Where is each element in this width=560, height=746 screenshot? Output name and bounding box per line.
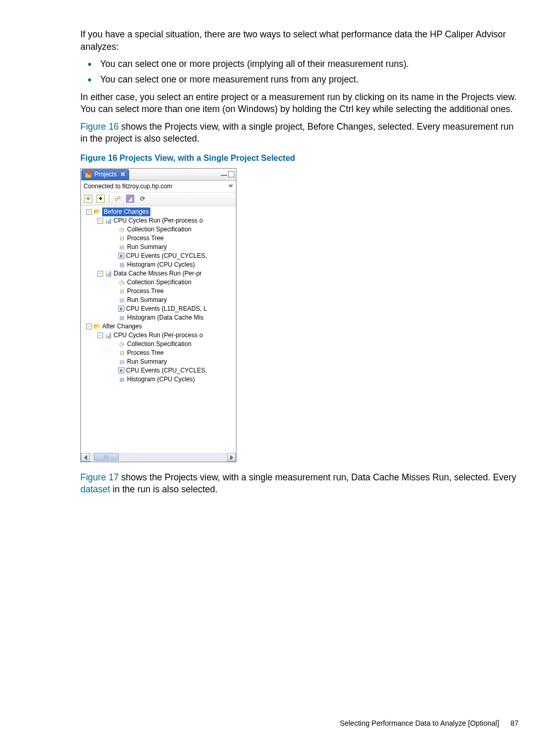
tree-node-label: CPU Events (CPU_CYCLES, xyxy=(126,366,207,375)
chart-icon[interactable]: ◢ xyxy=(126,195,134,203)
fold-icon: 📂 xyxy=(93,208,101,215)
tree-node[interactable]: ▦Histogram (CPU Cycles) xyxy=(83,260,236,269)
tree-node[interactable]: ◷Collection Specification xyxy=(83,340,236,349)
tree-node[interactable]: −📂After Changes xyxy=(83,322,236,331)
tree-node-label: Run Summary xyxy=(127,357,167,366)
tree-node[interactable]: ⊟Process Tree xyxy=(83,349,236,357)
footer-text: Selecting Performance Data to Analyze [O… xyxy=(340,719,499,727)
tree-node[interactable]: ECPU Events (CPU_CYCLES, xyxy=(83,252,236,260)
minimize-icon[interactable] xyxy=(221,172,227,176)
maximize-icon[interactable] xyxy=(228,171,234,177)
tree-node-label: CPU Events (CPU_CYCLES, xyxy=(126,252,207,260)
tree-node[interactable]: ▦Histogram (Data Cache Mis xyxy=(83,313,236,322)
tree-node[interactable]: ⊟Process Tree xyxy=(83,287,236,296)
tree-icon: ⊟ xyxy=(118,234,125,242)
tree-node[interactable]: ⊟Process Tree xyxy=(83,234,236,243)
horizontal-scrollbar[interactable] xyxy=(81,453,236,462)
tree-node-label: Collection Specification xyxy=(127,225,191,234)
tree-node-label: Process Tree xyxy=(127,234,164,243)
tree-node-label: CPU Cycles Run (Per-process o xyxy=(114,216,203,225)
clock-icon: ◷ xyxy=(118,279,125,286)
tree-node-label: CPU Cycles Run (Per-process o xyxy=(114,331,203,340)
tree-node[interactable]: ▤Run Summary xyxy=(83,357,236,366)
page-icon: ▤ xyxy=(118,243,125,251)
expand-toggle[interactable]: − xyxy=(97,271,103,277)
page-icon: ▤ xyxy=(118,358,125,365)
link-icon[interactable]: ☍ xyxy=(114,195,122,203)
tree-node[interactable]: ◷Collection Specification xyxy=(83,278,236,287)
new-project-icon[interactable]: ✧ xyxy=(84,195,92,203)
projects-icon xyxy=(85,171,92,178)
figure-caption: Figure 16 Projects View, with a Single P… xyxy=(80,153,520,164)
glossary-term[interactable]: dataset xyxy=(80,484,110,494)
tree-node-label: Run Summary xyxy=(127,243,167,252)
tree-node-label: Process Tree xyxy=(127,349,164,357)
expand-toggle[interactable]: − xyxy=(97,218,103,224)
tab-bar: Projects ✕ xyxy=(81,169,236,181)
page-footer: Selecting Performance Data to Analyze [O… xyxy=(0,719,560,727)
e-icon: E xyxy=(118,367,124,374)
new-run-icon[interactable]: ✦ xyxy=(96,195,105,203)
clock-icon: ◷ xyxy=(118,340,125,348)
chevron-left-icon xyxy=(84,455,87,460)
tree-node[interactable]: ECPU Events (L1D_READS, L xyxy=(83,305,236,313)
scroll-thumb[interactable] xyxy=(94,453,119,461)
e-icon: E xyxy=(118,306,124,312)
clock-icon: ◷ xyxy=(118,226,125,233)
toolbar: ✧ ✦ ☍ ◢ ⟳ xyxy=(81,192,236,206)
tree-node-label: Histogram (CPU Cycles) xyxy=(127,260,195,269)
grid-icon: ▦ xyxy=(118,314,125,321)
tree-node-label: Before Changes xyxy=(102,208,150,216)
tree-icon: ⊟ xyxy=(118,287,125,295)
tree-node-label: Process Tree xyxy=(127,287,164,296)
page-number: 87 xyxy=(510,719,519,727)
tree-node[interactable]: −📊Data Cache Misses Run (Per-pr xyxy=(83,269,236,278)
close-icon[interactable]: ✕ xyxy=(120,170,125,178)
scroll-left-button[interactable] xyxy=(81,453,90,462)
tab-projects[interactable]: Projects ✕ xyxy=(81,169,129,180)
list-item: You can select one or more projects (imp… xyxy=(100,58,520,71)
scroll-track[interactable] xyxy=(90,453,227,462)
expand-toggle[interactable]: − xyxy=(86,324,92,329)
list-item: You can select one or more measurement r… xyxy=(100,74,520,86)
dropdown-icon[interactable] xyxy=(228,185,233,188)
chart-icon: 📊 xyxy=(105,270,112,277)
figure-link[interactable]: Figure 16 xyxy=(80,121,119,132)
figure-link[interactable]: Figure 17 xyxy=(80,472,119,482)
tree-icon: ⊟ xyxy=(118,349,125,356)
tree-node[interactable]: ▦Histogram (CPU Cycles) xyxy=(83,375,236,384)
connection-status: Connected to fitzroy.cup.hp.com xyxy=(83,182,172,190)
tree-node-label: Collection Specification xyxy=(127,278,191,287)
tree-node[interactable]: ◷Collection Specification xyxy=(83,225,236,234)
scroll-right-button[interactable] xyxy=(227,453,236,462)
tree-node-label: Histogram (CPU Cycles) xyxy=(127,375,195,384)
paragraph: Figure 17 shows the Projects view, with … xyxy=(80,472,520,496)
tree-node[interactable]: ▤Run Summary xyxy=(83,243,236,252)
tree-node-label: Histogram (Data Cache Mis xyxy=(127,313,203,322)
page-icon: ▤ xyxy=(118,296,125,303)
text: shows the Projects view, with a single m… xyxy=(119,472,516,482)
grid-icon: ▦ xyxy=(118,376,125,383)
expand-toggle[interactable]: − xyxy=(86,209,92,215)
e-icon: E xyxy=(118,253,124,259)
chart-icon: 📊 xyxy=(105,217,112,224)
tree-node-label: CPU Events (L1D_READS, L xyxy=(126,305,207,313)
paragraph: Figure 16 shows the Projects view, with … xyxy=(80,121,520,145)
toolbar-separator xyxy=(109,194,109,203)
bullet-list: You can select one or more projects (imp… xyxy=(80,58,520,86)
paragraph: In either case, you select an entire pro… xyxy=(80,91,520,116)
projects-view-panel: Projects ✕ Connected to fitzroy.cup.hp.c… xyxy=(80,168,236,462)
connection-status-row: Connected to fitzroy.cup.hp.com xyxy=(81,181,236,192)
tree-node[interactable]: −📊CPU Cycles Run (Per-process o xyxy=(83,216,236,225)
refresh-icon[interactable]: ⟳ xyxy=(138,195,147,203)
tree-node[interactable]: ▤Run Summary xyxy=(83,296,236,305)
expand-toggle[interactable]: − xyxy=(97,333,103,338)
tree-node[interactable]: −📊CPU Cycles Run (Per-process o xyxy=(83,331,236,340)
text: in the run is also selected. xyxy=(110,484,217,494)
project-tree[interactable]: −📂Before Changes−📊CPU Cycles Run (Per-pr… xyxy=(81,206,236,453)
tree-node[interactable]: ECPU Events (CPU_CYCLES, xyxy=(83,366,236,375)
tree-node[interactable]: −📂Before Changes xyxy=(83,208,236,216)
tab-label: Projects xyxy=(94,170,117,178)
paragraph: If you have a special situation, there a… xyxy=(80,29,520,53)
text: shows the Projects view, with a single p… xyxy=(80,121,514,144)
